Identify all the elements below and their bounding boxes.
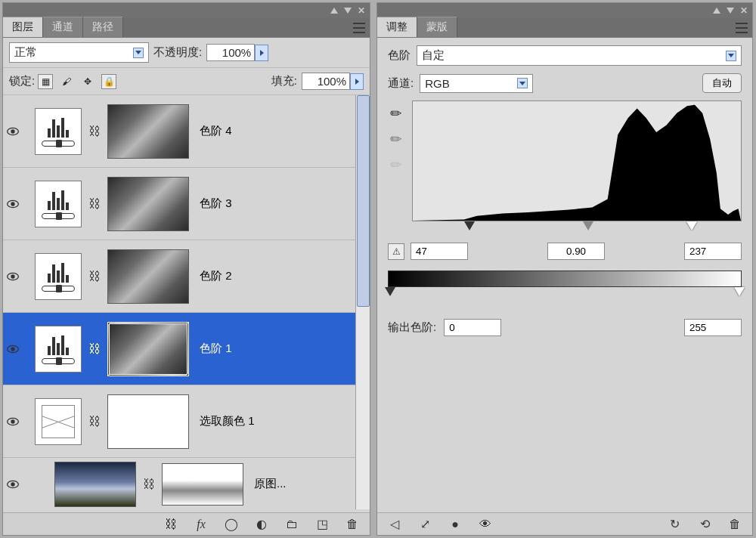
collapse-left-icon: [330, 8, 338, 14]
layer-mask-thumb[interactable]: [107, 104, 189, 159]
reset-icon[interactable]: ⟲: [698, 518, 711, 531]
expand-icon[interactable]: ⤢: [418, 518, 432, 531]
channel-select[interactable]: RGB: [420, 74, 533, 93]
link-icon[interactable]: ⛓: [89, 270, 100, 283]
layer-row[interactable]: ⛓ 选取颜色 1: [3, 385, 370, 458]
layer-name[interactable]: 色阶 1: [200, 342, 232, 356]
svg-point-9: [11, 419, 14, 423]
svg-point-1: [11, 129, 14, 133]
output-black-handle[interactable]: [385, 287, 395, 296]
channel-label: 通道:: [388, 76, 414, 91]
delete-adjustment-icon[interactable]: 🗑: [728, 518, 742, 531]
layer-mask-thumb[interactable]: [107, 249, 189, 304]
layer-row[interactable]: ⛓ 原图...: [3, 458, 370, 509]
clip-to-layer-icon[interactable]: ●: [448, 518, 462, 531]
tab-paths[interactable]: 路径: [83, 17, 123, 37]
back-icon[interactable]: ◁: [388, 518, 401, 531]
visibility-toggle[interactable]: [3, 345, 23, 354]
black-point-eyedropper-icon[interactable]: ✎: [384, 101, 407, 125]
delete-layer-icon[interactable]: 🗑: [345, 518, 359, 531]
collapse-right-icon: [727, 8, 734, 14]
adjustment-layer-icon[interactable]: ◐: [255, 518, 268, 531]
layer-name[interactable]: 选取颜色 1: [200, 414, 255, 428]
opacity-input[interactable]: 100%: [206, 44, 255, 61]
tab-masks[interactable]: 蒙版: [417, 17, 457, 37]
visibility-toggle[interactable]: [3, 272, 23, 281]
fill-stepper[interactable]: [350, 73, 364, 90]
layer-row[interactable]: ⛓ 色阶 3: [3, 168, 370, 240]
svg-point-5: [11, 274, 14, 278]
output-levels-slider[interactable]: [388, 287, 742, 302]
black-slider-handle[interactable]: [464, 221, 475, 230]
collapse-left-icon: [713, 8, 720, 14]
panel-menu-icon[interactable]: [353, 23, 365, 33]
layer-row[interactable]: ⛓ 色阶 2: [3, 240, 370, 313]
group-icon[interactable]: 🗀: [285, 518, 299, 531]
link-icon[interactable]: ⛓: [89, 197, 100, 211]
layer-name[interactable]: 原图...: [254, 477, 287, 491]
layer-mask-thumb[interactable]: [107, 322, 189, 376]
chevron-down-icon: [726, 51, 736, 61]
layer-mask-thumb[interactable]: [162, 463, 243, 506]
layer-name[interactable]: 色阶 3: [200, 196, 232, 211]
previous-state-icon[interactable]: ↻: [668, 518, 681, 531]
white-slider-handle[interactable]: [686, 221, 697, 230]
scrollbar-thumb[interactable]: [357, 95, 370, 307]
input-gamma-field[interactable]: [547, 243, 605, 260]
visibility-toggle[interactable]: [3, 480, 23, 489]
close-icon[interactable]: ✕: [740, 5, 748, 16]
toggle-visibility-icon[interactable]: 👁: [479, 518, 492, 531]
output-white-handle[interactable]: [734, 287, 745, 296]
link-icon[interactable]: ⛓: [89, 125, 100, 138]
input-white-field[interactable]: [684, 243, 742, 260]
lock-transparent-icon[interactable]: ▦: [38, 74, 53, 89]
visibility-toggle[interactable]: [3, 127, 23, 136]
add-mask-icon[interactable]: ◯: [225, 518, 238, 531]
tab-layers[interactable]: 图层: [3, 17, 43, 37]
layer-row-selected[interactable]: ⛓ 色阶 1: [3, 313, 370, 385]
white-point-eyedropper-icon[interactable]: ✎: [384, 153, 407, 176]
new-layer-icon[interactable]: ◳: [315, 518, 329, 531]
gamma-slider-handle[interactable]: [583, 221, 593, 230]
layer-mask-thumb[interactable]: [107, 394, 189, 449]
tab-channels[interactable]: 通道: [43, 17, 83, 37]
input-black-field[interactable]: [411, 243, 468, 260]
link-icon[interactable]: ⛓: [89, 342, 100, 356]
output-label: 输出色阶:: [388, 320, 436, 335]
histogram-chart[interactable]: [412, 100, 742, 221]
clip-warning-icon[interactable]: ⚠: [388, 243, 404, 260]
visibility-toggle[interactable]: [3, 417, 23, 426]
link-layers-icon[interactable]: ⛓: [164, 518, 178, 531]
opacity-stepper[interactable]: [255, 45, 268, 61]
visibility-toggle[interactable]: [3, 199, 23, 209]
close-icon[interactable]: ✕: [358, 5, 365, 16]
output-gradient: [388, 271, 742, 287]
layers-bottom-bar: ⛓ fx ◯ ◐ 🗀 ◳ 🗑: [3, 512, 370, 535]
tab-adjustments[interactable]: 调整: [377, 17, 417, 37]
preset-select[interactable]: 自定: [417, 45, 742, 66]
gray-point-eyedropper-icon[interactable]: ✎: [384, 127, 407, 150]
layer-name[interactable]: 色阶 4: [200, 124, 232, 138]
lock-all-icon[interactable]: 🔒: [101, 74, 116, 89]
fx-icon[interactable]: fx: [194, 518, 208, 531]
layer-mask-thumb[interactable]: [107, 177, 189, 231]
link-icon[interactable]: ⛓: [144, 478, 154, 491]
layers-scrollbar[interactable]: [355, 95, 370, 509]
blend-mode-select[interactable]: 正常: [9, 42, 149, 63]
output-black-field[interactable]: [444, 319, 501, 336]
collapse-right-icon: [344, 8, 352, 14]
panel-menu-icon[interactable]: [736, 23, 748, 33]
levels-thumb-icon: [35, 181, 82, 227]
layer-name[interactable]: 色阶 2: [200, 269, 232, 283]
output-white-field[interactable]: [684, 319, 742, 336]
lock-position-icon[interactable]: ✥: [80, 74, 95, 89]
adjustments-panel: ✕ 调整 蒙版 色阶 自定 通道: RGB 自动 ✎ ✎ ✎: [376, 2, 753, 536]
auto-button[interactable]: 自动: [702, 73, 742, 93]
fill-input[interactable]: 100%: [302, 73, 350, 90]
input-levels-slider[interactable]: [417, 221, 713, 237]
panel-collapse-bar[interactable]: ✕: [3, 3, 370, 18]
link-icon[interactable]: ⛓: [89, 415, 100, 428]
lock-paint-icon[interactable]: 🖌: [59, 74, 74, 89]
layer-row[interactable]: ⛓ 色阶 4: [3, 95, 370, 168]
panel-collapse-bar[interactable]: ✕: [377, 3, 752, 18]
